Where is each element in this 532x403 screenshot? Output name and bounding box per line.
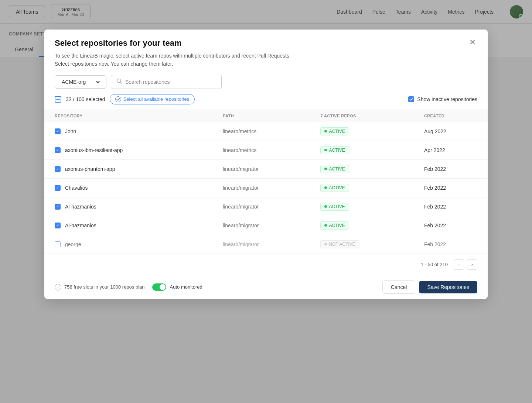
modal-close-button[interactable]: ✕: [468, 38, 477, 46]
modal-overlay: Select repositories for your team ✕ To s…: [0, 0, 532, 57]
modal-title: Select repositories for your team: [55, 38, 182, 48]
modal-description: To see the LinearB magic, select active …: [44, 48, 488, 57]
modal: Select repositories for your team ✕ To s…: [44, 30, 488, 57]
modal-header: Select repositories for your team ✕: [44, 30, 488, 48]
